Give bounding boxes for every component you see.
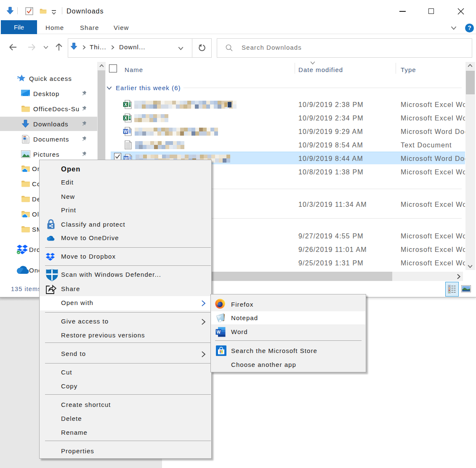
svg-text:X: X: [124, 116, 127, 120]
svg-text:W: W: [216, 330, 221, 334]
svg-text:X: X: [124, 102, 127, 107]
svg-text:W: W: [124, 129, 128, 134]
